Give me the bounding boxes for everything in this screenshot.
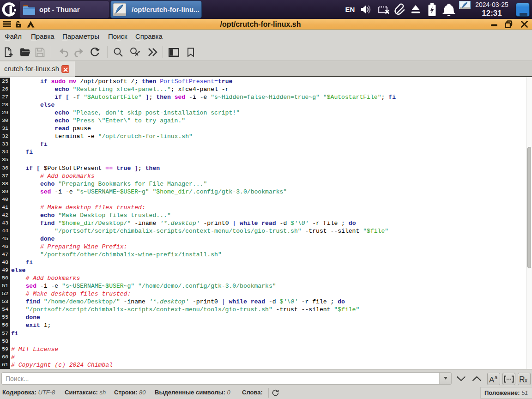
svg-text:a: a — [495, 375, 498, 380]
svg-text:x: x — [525, 377, 527, 383]
svg-text:A: A — [489, 375, 495, 383]
svg-text:R: R — [519, 375, 525, 383]
